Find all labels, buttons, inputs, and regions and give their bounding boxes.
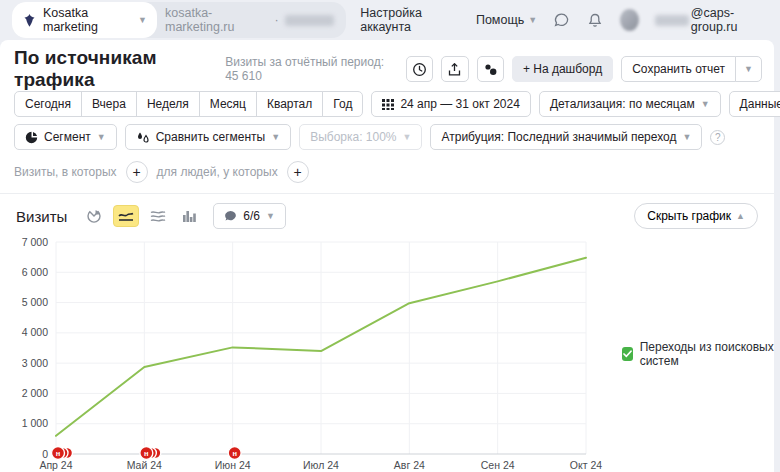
- y-tick-label: 5 000: [22, 296, 48, 308]
- counter-group: Kosatka marketing ▼ kosatka-marketing.ru…: [12, 2, 346, 38]
- title-row: По источникам трафика Визиты за отчётный…: [0, 52, 774, 84]
- date-range-button[interactable]: 24 апр — 31 окт 2024: [371, 91, 530, 117]
- orca-logo-icon: [22, 13, 37, 28]
- bar-chart-icon[interactable]: [177, 205, 203, 227]
- user-email[interactable]: @caps-group.ru: [655, 6, 769, 34]
- save-report-button[interactable]: Сохранить отчет: [621, 56, 736, 82]
- chevron-down-icon: ▼: [271, 132, 280, 142]
- y-tick-label: 6 000: [22, 266, 48, 278]
- topbar-right: Настройка аккаунта Помощь ▼ @caps-group.…: [360, 6, 768, 34]
- counter-id-blurred: [285, 15, 335, 26]
- save-report-split-button: Сохранить отчет ▼: [621, 56, 762, 82]
- x-tick-label: Июл 24: [303, 459, 339, 471]
- range-year-button[interactable]: Год: [322, 91, 363, 117]
- range-yesterday-button[interactable]: Вчера: [81, 91, 137, 117]
- range-week-button[interactable]: Неделя: [136, 91, 200, 117]
- compare-segments-dropdown[interactable]: Сравнить сегменты ▼: [125, 124, 291, 150]
- topbar: Kosatka marketing ▼ kosatka-marketing.ru…: [0, 0, 780, 40]
- legend-item[interactable]: Переходы из поисковых систем: [622, 340, 774, 368]
- legend-label: Переходы из поисковых систем: [640, 340, 774, 368]
- help-menu[interactable]: Помощь ▼: [476, 13, 537, 27]
- y-tick-label: 2 000: [22, 387, 48, 399]
- chevron-down-icon: ▼: [138, 15, 147, 25]
- x-tick-label: Май 24: [127, 459, 162, 471]
- range-month-button[interactable]: Месяц: [199, 91, 257, 117]
- avatar[interactable]: [620, 9, 639, 31]
- title-actions: Визиты за отчётный период: 45 610 + На д…: [225, 55, 762, 83]
- chevron-down-icon: ▼: [528, 15, 537, 25]
- chevron-down-icon: ▼: [744, 64, 753, 74]
- dots-button[interactable]: [477, 56, 504, 82]
- y-tick-label: 3 000: [22, 357, 48, 369]
- calendar-grid-icon: [382, 98, 394, 110]
- page-title: По источникам трафика: [14, 47, 225, 91]
- divider: [0, 193, 774, 194]
- compare-segments-icon: [136, 131, 150, 144]
- y-tick-label: 0: [42, 448, 48, 460]
- people-condition-label: для людей, у которых: [157, 165, 278, 179]
- condition-row: Визиты, в которых + для людей, у которых…: [0, 161, 774, 183]
- counter-name: Kosatka marketing: [43, 6, 132, 34]
- export-button[interactable]: [441, 56, 468, 82]
- detalization-dropdown[interactable]: Детализация: по месяцам ▼: [539, 91, 721, 117]
- attribution-dropdown[interactable]: Атрибуция: Последний значимый переход ▼: [430, 124, 702, 150]
- visits-condition-label: Визиты, в которых: [14, 165, 117, 179]
- chevron-down-icon: ▼: [266, 211, 275, 221]
- metric-label: Визиты: [16, 208, 67, 225]
- note-marker-glyph: н: [56, 449, 61, 458]
- counter-selector[interactable]: Kosatka marketing ▼: [12, 2, 157, 38]
- export-icon: [447, 62, 462, 77]
- x-tick-label: Июн 24: [215, 459, 251, 471]
- chevron-down-icon: ▼: [701, 99, 710, 109]
- stacked-chart-icon[interactable]: [145, 205, 171, 227]
- bell-icon[interactable]: [586, 10, 603, 30]
- help-icon[interactable]: ?: [710, 130, 725, 145]
- legend-checkbox[interactable]: [622, 347, 633, 361]
- add-visit-condition-button[interactable]: +: [126, 161, 148, 183]
- check-icon: [623, 350, 632, 358]
- chart-area: 7 0006 0005 0004 0003 0002 0001 0000Апр …: [0, 233, 774, 472]
- series-count-dropdown[interactable]: 6/6 ▼: [213, 203, 286, 229]
- chevron-down-icon: ▼: [97, 132, 106, 142]
- date-filter-row: Сегодня Вчера Неделя Месяц Квартал Год 2…: [0, 91, 774, 117]
- report-card: По источникам трафика Визиты за отчётный…: [0, 40, 774, 472]
- chat-icon[interactable]: [553, 10, 570, 30]
- y-tick-label: 1 000: [22, 417, 48, 429]
- chart-type-switcher: 6/6 ▼: [81, 203, 286, 229]
- line-chart-icon[interactable]: [113, 205, 139, 227]
- chevron-down-icon: ▼: [682, 132, 691, 142]
- segment-icon: [25, 131, 38, 144]
- quick-range-group: Сегодня Вчера Неделя Месяц Квартал Год: [14, 91, 363, 117]
- site-domain: kosatka-marketing.ru: [165, 6, 268, 34]
- segment-filter-row: Сегмент ▼ Сравнить сегменты ▼ Выборка: 1…: [0, 124, 774, 150]
- history-button[interactable]: [406, 56, 433, 82]
- x-tick-label: Авг 24: [394, 459, 425, 471]
- visits-period-text: Визиты за отчётный период: 45 610: [225, 55, 393, 83]
- save-report-menu-button[interactable]: ▼: [735, 56, 762, 82]
- segment-dropdown[interactable]: Сегмент ▼: [14, 124, 117, 150]
- note-marker-glyph: н: [144, 449, 149, 458]
- y-tick-label: 4 000: [22, 326, 48, 338]
- hide-chart-button[interactable]: Скрыть график ▲: [634, 203, 758, 229]
- chevron-up-icon: ▲: [736, 211, 745, 221]
- add-to-dashboard-button[interactable]: + На дашборд: [512, 56, 613, 82]
- range-today-button[interactable]: Сегодня: [14, 91, 82, 117]
- comments-icon: [224, 210, 237, 222]
- date-range-value: 24 апр — 31 окт 2024: [400, 97, 519, 111]
- y-tick-label: 7 000: [22, 236, 48, 248]
- add-people-condition-button[interactable]: +: [287, 161, 309, 183]
- dots-icon: [483, 62, 498, 77]
- note-marker-glyph: н: [232, 449, 237, 458]
- chart-header: Визиты 6/6 ▼ Скрыть график ▲: [0, 203, 774, 229]
- account-settings-link[interactable]: Настройка аккаунта: [360, 6, 460, 34]
- site-label: kosatka-marketing.ru ·: [165, 6, 334, 34]
- data-mode-dropdown[interactable]: Данные: с роботами ▼: [729, 91, 780, 117]
- series-count-value: 6/6: [243, 209, 260, 223]
- x-tick-label: Апр 24: [39, 459, 72, 471]
- range-quarter-button[interactable]: Квартал: [256, 91, 323, 117]
- clock-icon: [412, 62, 427, 77]
- pie-chart-icon[interactable]: [81, 205, 107, 227]
- sampling-dropdown[interactable]: Выборка: 100% ▼: [299, 124, 422, 150]
- x-tick-label: Сен 24: [481, 459, 515, 471]
- email-prefix-blurred: [655, 15, 689, 26]
